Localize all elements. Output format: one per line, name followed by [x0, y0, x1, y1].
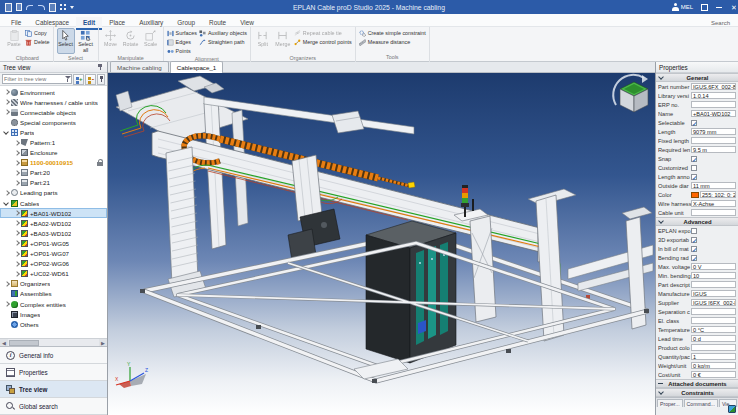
expander-icon[interactable] [3, 129, 10, 136]
minimize-icon[interactable] [716, 4, 723, 11]
tree-item[interactable]: Enclosure [0, 148, 107, 158]
tree-item[interactable]: Organizers [0, 279, 107, 289]
expander-icon[interactable] [13, 260, 20, 267]
property-checkbox[interactable] [691, 165, 697, 171]
redo-icon[interactable] [37, 3, 45, 11]
property-value-field[interactable]: X-Achse [691, 200, 736, 207]
tree-item[interactable]: Special components [0, 117, 107, 127]
apps-grid-icon[interactable] [59, 3, 67, 11]
property-value-field[interactable] [691, 137, 736, 144]
surfaces-button[interactable]: Surfaces [167, 29, 197, 37]
tree-item[interactable]: Others [0, 319, 107, 329]
property-value-field[interactable]: 0 d [691, 335, 736, 342]
expander-icon[interactable] [3, 280, 10, 287]
property-checkbox[interactable] [691, 246, 697, 252]
repeat-cable-tie-button[interactable]: Repeat cable tie [294, 29, 352, 37]
paste-button[interactable]: Paste [5, 28, 23, 54]
expander-icon[interactable] [3, 89, 10, 96]
property-value-field[interactable]: IGUS [6FX_002-8QN08 [691, 299, 736, 306]
property-value-field[interactable]: 1 [691, 353, 736, 360]
section-header-general[interactable]: General [656, 73, 738, 82]
expander-icon[interactable] [3, 321, 10, 328]
split-button[interactable]: Split [254, 28, 272, 54]
viewport-3d[interactable]: X Y Z [108, 73, 655, 415]
tree-item[interactable]: +BA02-WD102 [0, 218, 107, 228]
expander-icon[interactable] [13, 149, 20, 156]
select-button[interactable]: Select [57, 28, 75, 54]
merge-control-points-button[interactable]: Merge control points [294, 38, 352, 46]
tree-item[interactable]: +OP01-WG05 [0, 238, 107, 248]
properties-bottom-tab[interactable]: Proper... [657, 399, 683, 407]
expander-icon[interactable] [3, 119, 10, 126]
expander-icon[interactable] [3, 311, 10, 318]
expander-icon[interactable] [13, 139, 20, 146]
expander-icon[interactable] [13, 169, 20, 176]
tree-item[interactable]: Parts [0, 127, 107, 137]
expander-icon[interactable] [3, 290, 10, 297]
property-value-field[interactable]: 10 [691, 272, 736, 279]
tree-horizontal-scrollbar[interactable]: ◀ ▶ [0, 338, 107, 346]
pin-icon[interactable] [97, 64, 104, 71]
collapse-tree-button[interactable] [85, 74, 96, 85]
property-value-field[interactable] [691, 281, 736, 288]
expand-tree-button[interactable] [73, 74, 84, 85]
panel-nav-button[interactable]: Tree view [0, 381, 107, 398]
property-value-field[interactable]: 255; 102; 0; 255 [700, 191, 736, 198]
tree-item[interactable]: Pattern:1 [0, 137, 107, 147]
delete-button[interactable]: Delete [25, 38, 50, 46]
tree-item[interactable]: +BA01-WD102 [0, 208, 107, 218]
property-value-field[interactable]: 0 kg/m [691, 362, 736, 369]
scroll-thumb[interactable] [9, 340, 39, 346]
tree-item[interactable]: 1100-00010915 [0, 158, 107, 168]
property-value-field[interactable] [691, 317, 736, 324]
expander-icon[interactable] [13, 179, 20, 186]
qat-dropdown-icon[interactable] [70, 3, 75, 11]
property-value-field[interactable] [691, 344, 736, 351]
property-checkbox[interactable] [691, 255, 697, 261]
document-tab[interactable]: Cablespace_1 [170, 61, 224, 73]
property-value-field[interactable]: 0 V [691, 263, 736, 270]
expander-icon[interactable] [13, 240, 20, 247]
tree-item[interactable]: +UC02-WD61 [0, 269, 107, 279]
expander-icon[interactable] [3, 301, 10, 308]
filter-pin-button[interactable] [97, 74, 105, 85]
property-checkbox[interactable] [691, 174, 697, 180]
tree-item[interactable]: Complex entities [0, 299, 107, 309]
expander-icon[interactable] [13, 220, 20, 227]
tree-item[interactable]: +OP01-WG07 [0, 249, 107, 259]
expander-icon[interactable] [3, 109, 10, 116]
property-checkbox[interactable] [691, 237, 697, 243]
property-checkbox[interactable] [691, 120, 697, 126]
color-swatch[interactable] [691, 192, 699, 198]
tree-item[interactable]: Leading parts [0, 188, 107, 198]
tree-item[interactable]: Cables [0, 198, 107, 208]
open-document-icon[interactable] [48, 3, 56, 11]
tree-item[interactable]: Connectable objects [0, 107, 107, 117]
property-value-field[interactable]: 0 °C [691, 326, 736, 333]
property-value-field[interactable] [691, 101, 736, 108]
tree-item[interactable]: Wire harnesses / cable units [0, 97, 107, 107]
copy-button[interactable]: Copy [25, 29, 50, 37]
section-header-constraints[interactable]: Constraints [656, 388, 738, 397]
property-value-field[interactable]: 9,5 m [691, 146, 736, 153]
section-header-advanced[interactable]: Advanced [656, 217, 738, 226]
property-checkbox[interactable] [691, 228, 697, 234]
user-account-button[interactable]: MEL [672, 3, 693, 11]
expander-icon[interactable] [13, 210, 20, 217]
panel-nav-button[interactable]: Global search [0, 398, 107, 415]
auxiliary-objects-button[interactable]: Auxiliary objects [199, 29, 247, 37]
scale-button[interactable]: Scale [142, 28, 160, 54]
expander-icon[interactable] [3, 200, 10, 207]
rotate-button[interactable]: Rotate [122, 28, 140, 54]
panel-nav-button[interactable]: General info [0, 347, 107, 364]
expander-icon[interactable] [3, 99, 10, 106]
measure-distance-button[interactable]: Measure distance [359, 38, 426, 46]
expander-icon[interactable] [3, 189, 10, 196]
tree-item[interactable]: Images [0, 309, 107, 319]
property-value-field[interactable]: IGUS [691, 290, 736, 297]
tree-item[interactable]: +BA03-WD102 [0, 228, 107, 238]
straighten-path-button[interactable]: Straighten path [199, 38, 247, 46]
property-value-field[interactable]: 9079 mm [691, 128, 736, 135]
property-value-field[interactable]: 1.0.14 [691, 92, 736, 99]
expander-icon[interactable] [13, 230, 20, 237]
